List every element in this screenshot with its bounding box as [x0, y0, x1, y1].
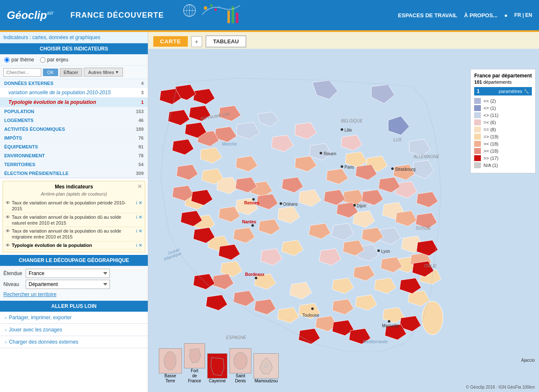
svg-marker-60	[309, 223, 331, 239]
overseas-fort-de-france: FortdeFrance	[184, 343, 205, 384]
svg-marker-16	[409, 139, 430, 156]
svg-text:SUISSE: SUISSE	[416, 226, 431, 230]
svg-marker-36	[290, 282, 312, 299]
aller-donnees[interactable]: › Charger des données externes	[0, 336, 148, 348]
svg-point-5	[210, 4, 213, 7]
mes-indicateurs-close-button[interactable]: ✕	[137, 183, 142, 190]
radio-enjeu-label[interactable]: par enjeu	[40, 57, 68, 63]
chevron-icon-zonages: ›	[5, 328, 6, 332]
apropos-link[interactable]: À PROPOS...	[464, 12, 497, 19]
tab-tableau[interactable]: TABLEAU	[205, 35, 246, 48]
svg-marker-86	[416, 192, 438, 207]
copyright-bar: © Géoclip 2016 · IGN GéoFla 100km	[466, 385, 535, 389]
tab-add[interactable]: +	[191, 36, 202, 47]
ajaccio-label: Ajaccio	[521, 358, 535, 363]
category-impots[interactable]: IMPÔTS 76	[0, 134, 148, 143]
svg-text:Toulouse: Toulouse	[302, 313, 319, 318]
user-icon[interactable]: ●	[504, 12, 507, 19]
legend-swatch-lte	[474, 105, 481, 111]
niveau-select[interactable]: Département	[26, 280, 110, 289]
ind-actions-1[interactable]: i ✕	[136, 200, 143, 206]
wrench-icon: 🔧	[523, 89, 529, 94]
eye-icon-1[interactable]: 👁	[5, 200, 10, 205]
header: Géoclipair FRANCE DÉCOUVERTE ESPACES DE …	[0, 0, 539, 30]
ok-button[interactable]: OK	[43, 69, 58, 76]
territoire-link[interactable]: Rechercher un territoire	[3, 291, 144, 298]
tab-carte[interactable]: CARTE	[153, 36, 188, 47]
svg-marker-37	[200, 148, 222, 163]
svg-marker-107	[416, 240, 438, 256]
cayenne-label: Cayenne	[209, 379, 226, 384]
svg-text:ALLEMAGNE: ALLEMAGNE	[413, 154, 439, 159]
svg-point-117	[341, 165, 343, 168]
france-map-svg[interactable]: Lille Rouen Paris Strasbourg Rennes Renn…	[152, 49, 447, 352]
legend-indicator-num: 1	[477, 88, 480, 94]
svg-text:Dijon: Dijon	[357, 204, 366, 208]
fort-de-france-map[interactable]	[184, 343, 205, 368]
svg-marker-77	[176, 164, 198, 180]
overseas-mamoudzou: Mamoudzou	[253, 353, 279, 384]
category-environnement[interactable]: ENVIRONNEMENT 78	[0, 151, 148, 160]
svg-text:ITALIE: ITALIE	[424, 264, 437, 268]
category-logements[interactable]: LOGEMENTS 46	[0, 116, 148, 125]
legend-params-button[interactable]: paramètres 🔧	[499, 89, 529, 94]
svg-marker-88	[256, 194, 278, 209]
sub-variation-annuelle[interactable]: variation annuelle de la population 2010…	[0, 88, 148, 98]
svg-point-4	[204, 6, 207, 10]
niveau-label: Niveau	[3, 281, 22, 287]
aller-partager[interactable]: › Partager, imprimer, exporter	[0, 312, 148, 324]
svg-point-134	[311, 307, 314, 310]
svg-marker-80	[233, 291, 255, 306]
chevron-icon-partager: ›	[5, 315, 6, 320]
mes-ind-item-4: 👁 Typologie évolution de la population i…	[5, 241, 142, 249]
category-territoires[interactable]: TERRITOIRES 54	[0, 160, 148, 169]
effacer-button[interactable]: Effacer	[60, 68, 82, 77]
ind-actions-4[interactable]: i ✕	[136, 243, 143, 248]
radio-theme-label[interactable]: par thème	[4, 57, 34, 63]
svg-text:Nantes: Nantes	[242, 220, 256, 224]
ind-actions-2[interactable]: i ✕	[136, 215, 143, 220]
search-input[interactable]	[3, 68, 41, 77]
filtres-chevron-icon: ▾	[116, 69, 118, 75]
indicator-list: DONNÉES EXTERNES 4 variation annuelle de…	[0, 79, 148, 178]
sub-typologie[interactable]: Typologie évolution de la population 1	[0, 98, 148, 107]
legend-swatch-egt	[474, 134, 481, 140]
mamoudzou-label: Mamoudzou	[254, 379, 278, 384]
category-donnees-externes[interactable]: DONNÉES EXTERNES 4	[0, 79, 148, 88]
ind-actions-3[interactable]: i ✕	[136, 228, 143, 234]
svg-marker-91	[324, 190, 345, 205]
aller-zonages[interactable]: › Jouer avec les zonages	[0, 324, 148, 336]
svg-text:Orléans: Orléans	[283, 202, 298, 207]
svg-point-124	[280, 202, 282, 205]
radio-enjeu[interactable]	[40, 57, 45, 63]
eye-icon-2[interactable]: 👁	[5, 215, 10, 220]
espaces-de-travail-link[interactable]: ESPACES DE TRAVAIL	[398, 12, 457, 19]
svg-text:Rennes: Rennes	[244, 201, 260, 205]
svg-text:ESPAGNE: ESPAGNE	[226, 335, 246, 340]
mes-indicateurs-box: ✕ Mes indicateurs Arrière-plan (aplats d…	[3, 181, 145, 252]
basse-terre-map[interactable]	[159, 348, 182, 373]
svg-marker-70	[259, 219, 280, 235]
map-area: Lille Rouen Paris Strasbourg Rennes Renn…	[148, 49, 539, 392]
svg-marker-51	[278, 307, 299, 323]
svg-point-136	[388, 320, 390, 323]
legend-swatch-na	[474, 162, 481, 168]
svg-point-126	[251, 224, 254, 227]
filtres-button[interactable]: Autres filtres ▾	[84, 68, 123, 77]
category-population[interactable]: POPULATION 153	[0, 107, 148, 116]
category-activites[interactable]: ACTIVITÉS ÉCONOMIQUES 189	[0, 125, 148, 134]
guyane-map[interactable]	[207, 353, 227, 379]
choose-indicators-header: CHOISIR DES INDICATEURS	[0, 43, 148, 54]
lang-fr[interactable]: FR | EN	[514, 12, 532, 18]
svg-text:Strasbourg: Strasbourg	[395, 167, 416, 172]
svg-text:Lille: Lille	[344, 128, 352, 132]
mamoudzou-map[interactable]	[253, 353, 279, 379]
saint-denis-map[interactable]	[229, 348, 251, 373]
radio-theme[interactable]	[4, 57, 10, 63]
eye-icon-3[interactable]: 👁	[5, 228, 10, 233]
svg-marker-46	[355, 295, 377, 310]
category-equipements[interactable]: ÉQUIPEMENTS 91	[0, 143, 148, 151]
category-election[interactable]: ÉLECTION PRÉSIDENTIELLE 309	[0, 169, 148, 178]
eye-icon-4[interactable]: 👁	[5, 243, 10, 248]
etendue-select[interactable]: France	[26, 269, 110, 278]
